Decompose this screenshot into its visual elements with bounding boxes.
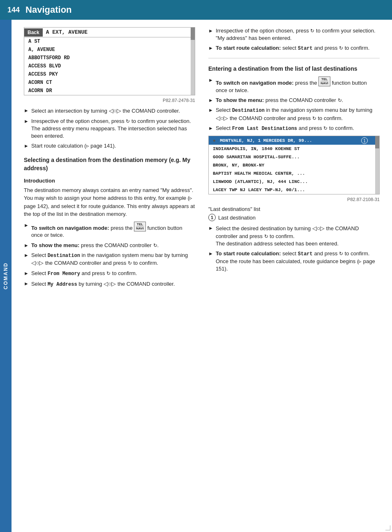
callout-text-1: Last destination (218, 215, 256, 221)
left-column: Back A EXT, AVENUE A ST A, AVENUE ABBOTT… (24, 27, 195, 291)
dest-list-item[interactable]: LACEY TWP NJ LACEY TWP-NJ, 00/1... (209, 186, 375, 194)
list-item[interactable]: ABBOTTSFORD RD (24, 54, 191, 62)
bullet-item: ► Start route calculation (▹ page 141). (24, 142, 195, 150)
dest-list-content: ◆ MONTVALE, NJ, 1 MERCEDES DR, 99... 1 I… (209, 136, 375, 194)
bullet-item: ► To start route calculation: select Sta… (208, 44, 380, 52)
bullet-text: Select From Last Destinations and press … (216, 125, 354, 132)
nav-diamond-icon: ◆ (213, 138, 216, 143)
bullet-item: ► Select the desired destination by turn… (208, 224, 380, 247)
dest-list-item[interactable]: BAPTIST HEALTH MEDICAL CENTER, ... (209, 169, 375, 178)
figure-caption-2: P82.87-2108-31 (208, 197, 380, 202)
bullet-arrow: ► (208, 28, 213, 35)
bullet-arrow: ► (208, 107, 213, 114)
right-column: ► Irrespective of the option chosen, pre… (208, 27, 380, 291)
section2-heading: Entering a destination from the list of … (208, 65, 380, 73)
bullet-text: Irrespective of the option chosen, press… (31, 118, 195, 140)
address-list-items: A ST A, AVENUE ABBOTTSFORD RD ACCESS BLV… (24, 37, 191, 95)
bullet-text: Select an intersection by turning ◁○▷ th… (31, 107, 180, 115)
bullet-text: Start route calculation (▹ page 141). (31, 142, 116, 150)
dest-list-box: ◆ MONTVALE, NJ, 1 MERCEDES DR, 99... 1 I… (208, 136, 380, 194)
bullet-item: ► Irrespective of the option chosen, pre… (24, 118, 195, 140)
dest-list-item-selected[interactable]: ◆ MONTVALE, NJ, 1 MERCEDES DR, 99... 1 (209, 136, 375, 145)
bullet-arrow: ► (24, 118, 29, 125)
bullet-text: Irrespective of the option chosen, press… (216, 27, 376, 42)
callout-circle-1: 1 (361, 137, 368, 144)
bullet-arrow: ► (208, 225, 213, 232)
bullet-item: ► Select Destination in the navigation s… (24, 252, 195, 267)
section-divider (208, 58, 380, 58)
bullet-item: ► To show the menu: press the COMAND con… (208, 97, 380, 104)
tel-navi-button: TELNAVI (134, 222, 146, 231)
bullet-item: ► Irrespective of the option chosen, pre… (208, 27, 380, 42)
bullet-arrow: ► (208, 45, 213, 52)
bullet-item: ► To switch on navigation mode: press th… (24, 222, 195, 239)
bullet-item: ► Select Destination in the navigation s… (208, 106, 380, 122)
list-item[interactable]: A, AVENUE (24, 46, 191, 54)
bullet-text: Select My Address by turning ◁○▷ the COM… (31, 280, 175, 288)
address-scrollbar[interactable] (191, 28, 195, 95)
header-bar: 144 Navigation (0, 0, 392, 20)
bullet-section-top: ► Select an intersection by turning ◁○▷ … (24, 107, 195, 150)
sub1-heading: Introduction (24, 178, 195, 184)
list-item[interactable]: ACCESS PKY (24, 70, 191, 79)
section1-heading: Selecting a destination from the destina… (24, 156, 195, 172)
bullet-text: Select the desired destination by turnin… (216, 224, 380, 247)
bullet-text: To show the menu: press the COMAND contr… (31, 242, 159, 249)
page-number: 144 (7, 6, 20, 14)
bullet-text: To start route calculation: select Start… (216, 44, 370, 52)
bullet-section-after: ► Select the desired destination by turn… (208, 224, 380, 273)
bullet-item: ► Select My Address by turning ◁○▷ the C… (24, 280, 195, 288)
bullet-section-top-right: ► Irrespective of the option chosen, pre… (208, 27, 380, 52)
list-item[interactable]: ACCESS BLVD (24, 62, 191, 70)
address-list-header: Back A EXT, AVENUE (24, 28, 191, 37)
bullet-arrow: ► (24, 107, 29, 114)
bullet-text: To show the menu: press the COMAND contr… (216, 97, 343, 104)
bullet-arrow: ► (24, 242, 29, 249)
address-list-content: Back A EXT, AVENUE A ST A, AVENUE ABBOTT… (24, 28, 191, 95)
bullet-arrow: ► (24, 270, 29, 277)
address-list-header-text: A EXT, AVENUE (43, 28, 91, 37)
scrollbar-thumb (191, 28, 195, 40)
comand-label: COMAND (3, 262, 9, 289)
bullet-arrow: ► (24, 252, 29, 259)
dest-list-item[interactable]: GOOD SAMARITAN HOSPITAL-SUFFE... (209, 153, 375, 161)
bullet-text: Select Destination in the navigation sys… (216, 106, 380, 122)
figure-caption-1: P82.87-2478-31 (24, 98, 195, 103)
bullet-arrow: ► (208, 250, 213, 257)
callout-number-1: 1 (208, 214, 216, 221)
bullet-item: ► To start route calculation: select Sta… (208, 250, 380, 273)
bullet-section-1: ► To switch on navigation mode: press th… (24, 222, 195, 288)
dest-scrollbar-thumb (375, 136, 379, 148)
dest-list-item[interactable]: INDIANAPOLIS, IN, 1840 KOEHNE ST (209, 145, 375, 153)
address-list-wrapper: Back A EXT, AVENUE A ST A, AVENUE ABBOTT… (24, 28, 195, 95)
bullet-text: To switch on navigation mode: press the … (216, 76, 380, 94)
bullet-item: ► To show the menu: press the COMAND con… (24, 242, 195, 249)
page-title: Navigation (25, 5, 71, 15)
callout-label: "Last destinations" list (208, 206, 380, 212)
bullet-text: To start route calculation: select Start… (216, 250, 380, 273)
main-content: Back A EXT, AVENUE A ST A, AVENUE ABBOTT… (12, 20, 392, 304)
list-item[interactable]: ACORN DR (24, 87, 191, 95)
list-item[interactable]: A ST (24, 37, 191, 46)
bullet-item: ► Select an intersection by turning ◁○▷ … (24, 107, 195, 115)
dest-list-item[interactable]: LINWOOD (ATLANTIC), NJ, 444 LINC... (209, 178, 375, 186)
bullet-arrow: ► (24, 143, 29, 150)
crop-mark-br (385, 525, 390, 530)
bullet-item: ► Select From Memory and press ↻ to conf… (24, 270, 195, 278)
intro-para: The destination memory always contains a… (24, 186, 195, 218)
bullet-section-2: ► To switch on navigation mode: press th… (208, 76, 380, 132)
bullet-text: To switch on navigation mode: press the … (31, 222, 195, 239)
bullet-item: ► Select From Last Destinations and pres… (208, 125, 380, 132)
bullet-text: Select From Memory and press ↻ to confir… (31, 270, 137, 278)
two-column-layout: Back A EXT, AVENUE A ST A, AVENUE ABBOTT… (24, 27, 380, 291)
list-item[interactable]: ACORN CT (24, 79, 191, 87)
dest-list-item[interactable]: BRONX, NY, BRONX-NY (209, 161, 375, 169)
dest-list-wrapper: ◆ MONTVALE, NJ, 1 MERCEDES DR, 99... 1 I… (209, 136, 379, 194)
bullet-arrow: ► (208, 125, 213, 132)
dest-scrollbar[interactable] (375, 136, 379, 194)
bullet-item: ► To switch on navigation mode: press th… (208, 76, 380, 94)
back-button[interactable]: Back (24, 28, 43, 37)
bullet-arrow: ► (208, 97, 213, 104)
dest-list-items: ◆ MONTVALE, NJ, 1 MERCEDES DR, 99... 1 I… (209, 136, 375, 194)
address-list-box: Back A EXT, AVENUE A ST A, AVENUE ABBOTT… (24, 27, 195, 95)
